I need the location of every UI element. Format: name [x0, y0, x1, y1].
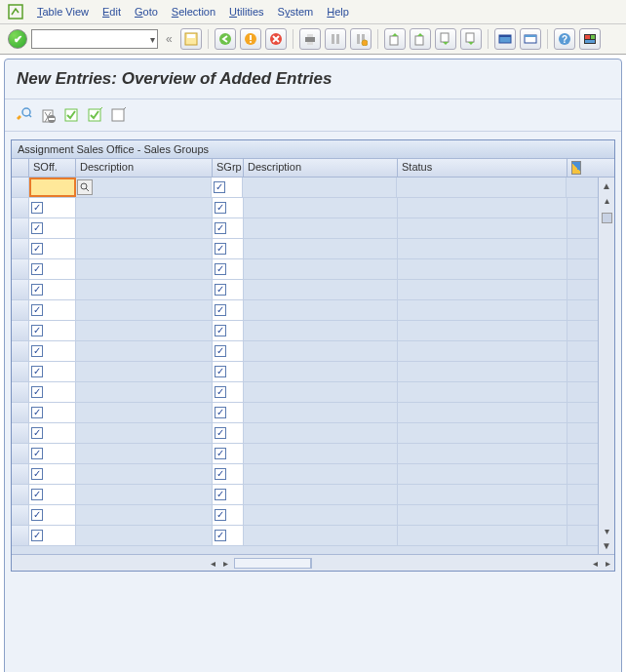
find-next-button[interactable] — [350, 28, 372, 50]
vertical-scrollbar[interactable]: ▲ ▴ ▾ ▼ — [598, 178, 614, 554]
table-row[interactable] — [12, 464, 598, 485]
cell-soff[interactable] — [29, 218, 76, 238]
last-page-button[interactable] — [460, 28, 482, 50]
row-selector[interactable] — [12, 403, 29, 422]
scroll-down-icon-2[interactable]: ▾ — [601, 525, 613, 537]
table-row[interactable] — [12, 300, 598, 321]
row-selector[interactable] — [12, 444, 29, 463]
checkbox-icon[interactable] — [215, 407, 226, 418]
row-selector[interactable] — [12, 300, 29, 320]
cell-sgrp[interactable] — [213, 464, 244, 484]
col-soff[interactable]: SOff. — [29, 159, 76, 177]
cell-soff[interactable] — [29, 178, 76, 197]
layout-menu-button[interactable] — [579, 28, 601, 50]
cell-sgrp[interactable] — [212, 178, 243, 197]
table-row[interactable] — [12, 321, 598, 341]
menu-utilities[interactable]: Utilities — [229, 6, 263, 18]
cancel-button[interactable] — [265, 28, 287, 50]
cell-soff[interactable] — [29, 198, 76, 217]
checkbox-icon[interactable] — [31, 366, 43, 377]
table-row[interactable] — [12, 505, 598, 526]
checkbox-icon[interactable] — [215, 427, 226, 439]
checkbox-icon[interactable] — [214, 181, 225, 193]
shortcut-button[interactable] — [520, 28, 541, 50]
checkbox-icon[interactable] — [31, 284, 43, 296]
first-page-button[interactable] — [384, 28, 406, 50]
checkbox-icon[interactable] — [215, 386, 226, 398]
cell-sgrp[interactable] — [213, 444, 244, 463]
cell-soff[interactable] — [29, 485, 76, 504]
checkbox-icon[interactable] — [215, 530, 226, 541]
checkbox-icon[interactable] — [215, 366, 226, 377]
value-help-button[interactable] — [77, 179, 93, 195]
prev-page-button[interactable] — [410, 28, 431, 50]
cell-sgrp[interactable] — [213, 300, 244, 320]
row-selector[interactable] — [12, 505, 29, 525]
checkbox-icon[interactable] — [215, 345, 226, 357]
help-button[interactable]: ? — [554, 28, 575, 50]
exit-button[interactable] — [240, 28, 261, 50]
checkbox-icon[interactable] — [31, 304, 43, 316]
table-row[interactable] — [12, 362, 598, 382]
table-row[interactable] — [12, 259, 598, 280]
row-selector[interactable] — [12, 280, 29, 299]
checkbox-icon[interactable] — [31, 345, 43, 357]
checkbox-icon[interactable] — [31, 509, 43, 521]
menu-table-view[interactable]: Table View — [37, 6, 89, 18]
checkbox-icon[interactable] — [31, 386, 43, 398]
back-button[interactable] — [215, 28, 236, 50]
menu-goto[interactable]: Goto — [135, 6, 158, 18]
cell-sgrp[interactable] — [213, 198, 244, 217]
window-menu-icon[interactable] — [8, 4, 23, 20]
checkbox-icon[interactable] — [215, 222, 226, 234]
menu-selection[interactable]: Selection — [172, 6, 215, 18]
cell-soff[interactable] — [29, 526, 76, 545]
col-sgrp[interactable]: SGrp — [213, 159, 244, 177]
col-description-2[interactable]: Description — [244, 159, 398, 177]
checkbox-icon[interactable] — [215, 202, 226, 214]
checkbox-icon[interactable] — [215, 509, 226, 521]
row-selector[interactable] — [12, 178, 29, 197]
next-page-button[interactable] — [435, 28, 456, 50]
deselect-all-button[interactable] — [108, 105, 128, 125]
cell-soff[interactable] — [29, 259, 76, 279]
cell-soff[interactable] — [29, 444, 76, 463]
scroll-up-icon-2[interactable]: ▴ — [601, 194, 613, 207]
row-selector[interactable] — [12, 423, 29, 443]
cell-sgrp[interactable] — [213, 382, 244, 402]
checkbox-icon[interactable] — [31, 427, 43, 439]
menu-system[interactable]: System — [278, 6, 314, 18]
checkbox-icon[interactable] — [31, 263, 43, 275]
hscroll-right-icon[interactable]: ▸ — [219, 557, 232, 570]
horizontal-scrollbar[interactable]: ◂ ▸ ◂ ▸ — [12, 554, 614, 571]
cell-sgrp[interactable] — [213, 362, 244, 381]
cell-sgrp[interactable] — [213, 505, 244, 525]
row-selector[interactable] — [12, 362, 29, 381]
checkbox-icon[interactable] — [215, 284, 226, 296]
table-row[interactable] — [12, 444, 598, 464]
cell-sgrp[interactable] — [213, 341, 244, 361]
checkbox-icon[interactable] — [31, 448, 43, 459]
row-selector[interactable] — [12, 464, 29, 484]
cell-sgrp[interactable] — [213, 321, 244, 340]
scroll-up-icon[interactable]: ▲ — [601, 179, 613, 192]
cell-soff[interactable] — [29, 300, 76, 320]
enter-button[interactable]: ✔ — [8, 29, 27, 49]
cell-soff[interactable] — [29, 464, 76, 484]
cell-soff[interactable] — [29, 382, 76, 402]
checkbox-icon[interactable] — [31, 243, 43, 255]
cell-sgrp[interactable] — [213, 485, 244, 504]
cell-sgrp[interactable] — [213, 280, 244, 299]
table-row[interactable] — [12, 239, 598, 259]
scroll-down-icon[interactable]: ▼ — [601, 539, 613, 552]
checkbox-icon[interactable] — [31, 222, 43, 234]
checkbox-icon[interactable] — [215, 489, 226, 500]
checkbox-icon[interactable] — [215, 468, 226, 480]
cell-sgrp[interactable] — [213, 239, 244, 258]
checkbox-icon[interactable] — [215, 263, 226, 275]
cell-sgrp[interactable] — [213, 403, 244, 422]
save-button[interactable] — [180, 28, 202, 50]
cell-sgrp[interactable] — [213, 218, 244, 238]
row-selector[interactable] — [12, 198, 29, 217]
print-button[interactable] — [299, 28, 321, 50]
